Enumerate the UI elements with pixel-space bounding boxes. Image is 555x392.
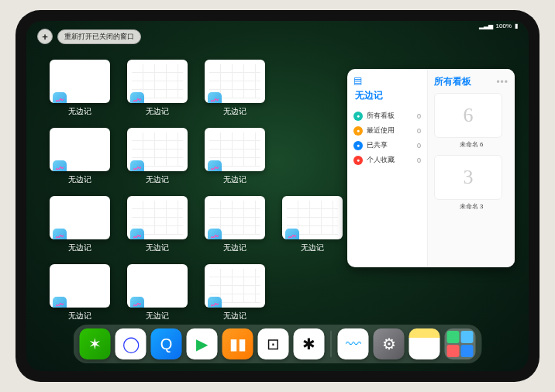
window-thumbnail[interactable]: 无边记 — [50, 196, 110, 253]
window-thumbnail[interactable]: 无边记 — [50, 60, 110, 117]
thumbnail-label: 无边记 — [301, 242, 324, 253]
thumbnail-preview — [127, 196, 188, 239]
more-icon[interactable]: ••• — [496, 77, 508, 88]
thumbnail-label: 无边记 — [223, 311, 246, 322]
window-thumbnail[interactable]: 无边记 — [127, 264, 188, 322]
dock: ✶◯Q▶▮▮⊡✱〰⚙ — [74, 325, 482, 363]
thumbnail-preview — [50, 196, 110, 239]
thumbnail-label: 无边记 — [146, 311, 169, 322]
sidebar-item[interactable]: ● 所有看板 0 — [353, 108, 421, 123]
sidebar-item[interactable]: ● 个人收藏 0 — [353, 153, 421, 167]
new-window-button[interactable]: + — [37, 29, 53, 44]
dock-app-browser-2[interactable]: Q — [151, 328, 182, 359]
thumbnail-preview — [127, 60, 188, 103]
thumbnail-preview — [50, 60, 110, 103]
thumbnail-label: 无边记 — [68, 311, 91, 322]
window-thumbnail[interactable]: 无边记 — [50, 128, 110, 185]
dock-app-freeform[interactable]: 〰 — [338, 328, 369, 359]
thumbnail-preview — [205, 264, 265, 308]
thumbnail-label: 无边记 — [223, 174, 246, 185]
board-preview: 6 — [434, 93, 502, 138]
thumbnail-preview — [127, 264, 188, 308]
dock-app-browser-1[interactable]: ◯ — [115, 328, 147, 359]
board-item[interactable]: 3 未命名 3 — [434, 155, 508, 211]
dock-app-play[interactable]: ▶ — [187, 328, 218, 359]
dock-separator — [331, 331, 332, 357]
window-thumbnail-grid: 无边记 无边记 无边记 无边记 — [50, 60, 343, 322]
nav-icon: ● — [353, 141, 363, 150]
thumbnail-preview — [282, 196, 343, 239]
thumbnail-label: 无边记 — [146, 242, 169, 253]
app-badge-icon — [53, 229, 67, 239]
nav-count: 0 — [417, 127, 421, 135]
dock-app-wechat[interactable]: ✶ — [80, 328, 111, 359]
window-thumbnail[interactable]: 无边记 — [205, 196, 265, 253]
thumbnail-label: 无边记 — [68, 174, 91, 185]
panel-sidebar: ▤ 无边记 ● 所有看板 0● 最近使用 0● 已共享 0● 个人收藏 0 — [347, 69, 428, 267]
panel-right-title: 所有看板 — [434, 75, 471, 88]
freeform-panel[interactable]: ▤ 无边记 ● 所有看板 0● 最近使用 0● 已共享 0● 个人收藏 0 所有… — [347, 69, 515, 267]
top-controls: + 重新打开已关闭的窗口 — [37, 29, 141, 44]
nav-icon: ● — [353, 126, 363, 136]
thumbnail-preview — [205, 128, 265, 171]
app-badge-icon — [208, 297, 222, 308]
window-thumbnail[interactable]: 无边记 — [127, 60, 188, 117]
app-badge-icon — [208, 229, 222, 239]
reopen-closed-window-button[interactable]: 重新打开已关闭的窗口 — [57, 29, 141, 44]
dock-app-nodes[interactable]: ✱ — [294, 328, 325, 359]
panel-content: 所有看板 ••• 6 未命名 6 3 未命名 3 — [428, 69, 515, 267]
app-badge-icon — [130, 229, 144, 239]
window-thumbnail[interactable]: 无边记 — [205, 264, 265, 322]
thumbnail-label: 无边记 — [68, 242, 91, 253]
window-thumbnail[interactable]: 无边记 — [205, 128, 265, 185]
dock-recent-apps[interactable] — [445, 328, 476, 359]
thumbnail-preview — [205, 60, 265, 103]
thumbnail-label: 无边记 — [223, 106, 246, 117]
battery-icon: ▮ — [515, 22, 518, 29]
panel-app-title: 无边记 — [355, 89, 421, 102]
thumbnail-preview — [127, 128, 188, 171]
thumbnail-preview — [50, 128, 110, 171]
sidebar-toggle-icon[interactable]: ▤ — [353, 75, 421, 86]
nav-icon: ● — [353, 112, 363, 121]
app-badge-icon — [285, 229, 299, 239]
sidebar-item[interactable]: ● 最近使用 0 — [353, 123, 421, 138]
thumbnail-label: 无边记 — [146, 106, 169, 117]
dock-app-settings[interactable]: ⚙ — [374, 328, 405, 359]
nav-label: 所有看板 — [367, 111, 395, 121]
window-thumbnail[interactable]: 无边记 — [127, 128, 188, 185]
board-title: 未命名 6 — [434, 140, 508, 149]
thumbnail-label: 无边记 — [223, 242, 246, 253]
dock-app-notes[interactable] — [409, 328, 440, 359]
nav-count: 0 — [417, 156, 421, 164]
signal-icon: ▂▃▅ — [479, 22, 493, 29]
battery-text: 100% — [496, 22, 512, 29]
thumbnail-preview — [50, 264, 110, 308]
dock-app-books[interactable]: ▮▮ — [222, 328, 253, 359]
screen: ▂▃▅ 100% ▮ + 重新打开已关闭的窗口 无边记 无边记 — [26, 21, 529, 371]
nav-icon: ● — [353, 156, 363, 165]
nav-count: 0 — [417, 142, 421, 150]
nav-count: 0 — [417, 112, 421, 120]
board-title: 未命名 3 — [434, 202, 508, 211]
nav-label: 最近使用 — [367, 126, 395, 136]
board-preview: 3 — [434, 155, 502, 200]
window-thumbnail[interactable]: 无边记 — [282, 196, 343, 253]
app-badge-icon — [53, 297, 67, 308]
app-badge-icon — [130, 297, 144, 308]
window-thumbnail[interactable]: 无边记 — [205, 60, 265, 117]
nav-label: 已共享 — [367, 140, 388, 150]
app-badge-icon — [53, 92, 67, 103]
nav-label: 个人收藏 — [367, 155, 395, 165]
thumbnail-label: 无边记 — [146, 174, 169, 185]
status-bar: ▂▃▅ 100% ▮ — [479, 22, 518, 29]
app-badge-icon — [130, 160, 144, 171]
app-badge-icon — [53, 160, 67, 171]
app-badge-icon — [208, 92, 222, 103]
window-thumbnail[interactable]: 无边记 — [127, 196, 188, 253]
dock-app-dice[interactable]: ⊡ — [258, 328, 289, 359]
sidebar-item[interactable]: ● 已共享 0 — [353, 138, 421, 153]
thumbnail-label: 无边记 — [68, 106, 91, 117]
board-item[interactable]: 6 未命名 6 — [434, 93, 508, 149]
window-thumbnail[interactable]: 无边记 — [50, 264, 110, 322]
